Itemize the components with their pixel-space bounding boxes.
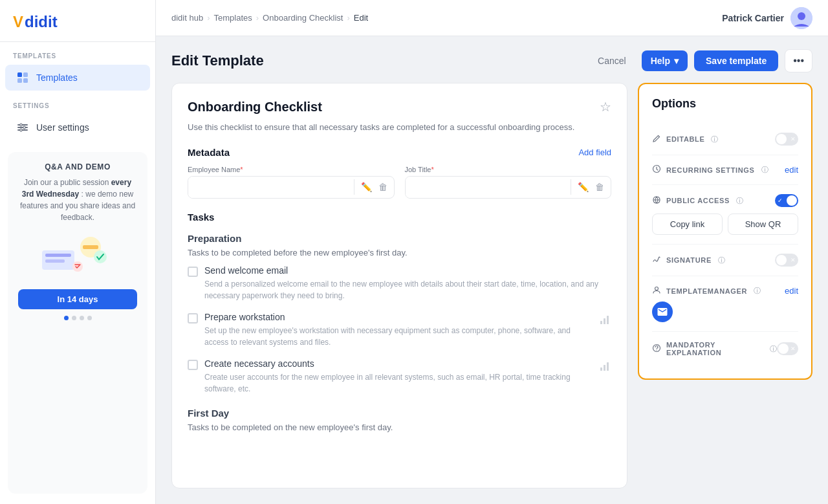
task-name-0: Send welcome email [204,265,611,276]
recurring-icon [652,164,661,175]
avatar [790,7,812,29]
recurring-edit-link[interactable]: edit [785,165,798,175]
signature-label: SIGNATURE [666,256,712,264]
task-2-chart-button[interactable] [598,360,611,375]
public-access-toggle[interactable]: ✓ [775,194,798,207]
public-access-header: PUBLIC ACCESS ⓘ ✓ [652,194,798,207]
edit-employee-name-button[interactable]: ✏️ [358,179,375,195]
help-button[interactable]: Help ▾ [642,50,688,71]
task-name-1: Prepare workstation [204,312,592,322]
svg-text:didit: didit [25,13,58,30]
recurring-info-icon: ⓘ [761,165,768,175]
content-area: Onboarding Checklist ☆ Use this checklis… [156,83,828,504]
task-checkbox-0[interactable] [188,267,198,277]
options-title: Options [652,97,798,111]
task-2-icons [598,360,611,375]
signature-icon [652,255,661,266]
copy-link-button[interactable]: Copy link [652,214,723,235]
star-button[interactable]: ☆ [600,99,611,115]
edit-job-title-button[interactable]: ✏️ [575,179,591,195]
topbar: didit hub › Templates › Onboarding Check… [156,0,828,36]
templatemanager-label-row: TEMPLATEMANAGER ⓘ [652,285,761,296]
svg-point-20 [798,12,805,20]
mandatory-toggle[interactable]: ✕ [777,342,798,355]
svg-rect-23 [607,316,609,324]
template-header: Onboarding Checklist ☆ [188,99,611,115]
task-item-0: Send welcome email Send a personalized w… [188,265,611,301]
tasks-title: Tasks [188,212,611,223]
toggle-x-signature: ✕ [790,257,796,263]
svg-rect-21 [600,321,602,324]
breadcrumb-templates[interactable]: Templates [214,13,252,23]
show-qr-button[interactable]: Show QR [728,214,798,235]
dot-4 [87,316,92,320]
dot-3 [80,316,84,320]
template-description: Use this checklist to ensure that all ne… [188,121,611,134]
public-access-label-row: PUBLIC ACCESS ⓘ [652,195,743,206]
task-checkbox-2[interactable] [188,360,198,370]
metadata-fields: Employee Name* ✏️ 🗑 Job Title* [188,166,611,199]
field-employee-name-actions: ✏️ 🗑 [354,179,394,195]
add-field-button[interactable]: Add field [578,148,611,157]
field-job-title: Job Title* ✏️ 🗑 [405,166,612,199]
public-access-buttons: Copy link Show QR [652,214,798,235]
task-checkbox-1[interactable] [188,313,198,323]
task-1-chart-button[interactable] [598,313,611,328]
task-desc-1: Set up the new employee's workstation wi… [204,325,592,348]
svg-rect-3 [23,72,28,77]
templatemanager-avatar [652,301,673,322]
editable-toggle[interactable]: ✕ [775,133,798,146]
field-job-title-input-row: ✏️ 🗑 [405,176,612,199]
svg-rect-10 [23,126,25,129]
signature-toggle[interactable]: ✕ [775,254,798,267]
svg-rect-22 [604,318,605,324]
breadcrumb: didit hub › Templates › Onboarding Check… [171,13,368,23]
public-access-info-icon: ⓘ [736,196,743,206]
delete-job-title-button[interactable]: 🗑 [593,179,607,195]
task-content-0: Send welcome email Send a personalized w… [204,265,611,301]
svg-rect-14 [45,259,65,263]
signature-info-icon: ⓘ [718,256,725,265]
sidebar-item-templates[interactable]: Templates [5,65,150,91]
mandatory-icon [652,344,661,355]
templatemanager-edit-link[interactable]: edit [785,286,798,296]
sidebar-item-user-settings[interactable]: User settings [5,115,150,140]
settings-icon [16,120,30,135]
signature-label-row: SIGNATURE ⓘ [652,255,725,266]
templatemanager-icon [652,285,661,296]
promo-cta-button[interactable]: In 14 days [18,289,137,309]
tasks-section: Tasks Preparation Tasks to be completed … [188,212,611,432]
promo-image [39,231,116,276]
public-access-icon [652,195,661,206]
employee-name-input[interactable] [188,177,354,198]
field-employee-name-label: Employee Name* [188,166,395,173]
main-content: didit hub › Templates › Onboarding Check… [156,0,828,504]
delete-employee-name-button[interactable]: 🗑 [376,179,390,195]
svg-point-17 [94,250,107,263]
breadcrumb-edit: Edit [354,13,368,23]
promo-title: Q&A AND DEMO [18,162,137,171]
task-item-1: Prepare workstation Set up the new emplo… [188,312,611,348]
svg-rect-7 [17,127,28,128]
editable-info-icon: ⓘ [711,135,718,144]
task-desc-0: Send a personalized welcome email to the… [204,278,611,301]
svg-rect-26 [607,362,609,371]
dot-1 [64,316,69,320]
task-content-1: Prepare workstation Set up the new emplo… [204,312,592,348]
svg-rect-24 [600,367,602,371]
save-template-button[interactable]: Save template [694,50,778,71]
task-desc-2: Create user accounts for the new employe… [204,371,592,395]
sidebar-section-settings: SETTINGS User settings [0,92,155,142]
task-name-2: Create necessary accounts [204,358,592,369]
breadcrumb-checklist[interactable]: Onboarding Checklist [263,13,343,23]
breadcrumb-hub[interactable]: didit hub [171,13,203,23]
toggle-x-mandatory: ✕ [790,345,796,352]
svg-rect-11 [20,129,22,131]
cancel-button[interactable]: Cancel [589,50,635,71]
recurring-label-row: RECURRING SETTINGS ⓘ [652,164,768,175]
svg-point-29 [655,287,659,290]
templates-icon [16,71,30,85]
option-public-access: PUBLIC ACCESS ⓘ ✓ Copy link Show QR [652,185,798,245]
more-options-button[interactable]: ••• [785,49,812,72]
job-title-input[interactable] [406,177,571,198]
